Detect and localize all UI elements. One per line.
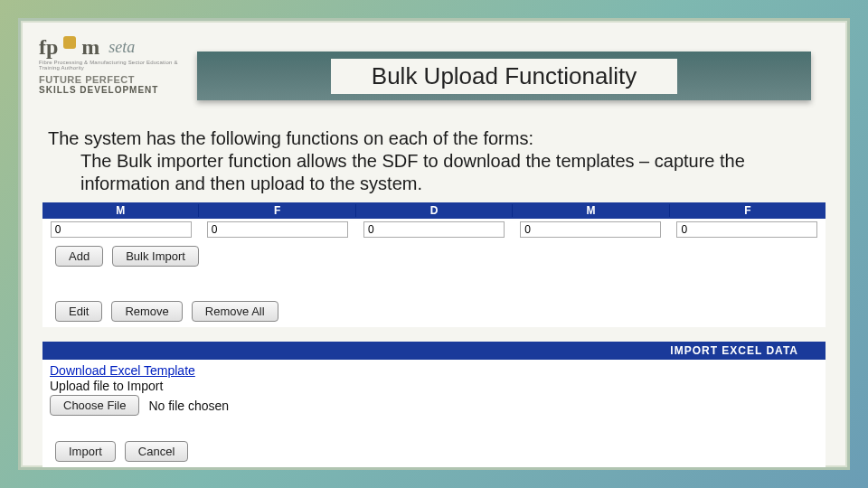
body-line1: The system has the following functions o…	[48, 127, 820, 150]
grid-header-cell: F	[199, 204, 355, 217]
grid-header-cell: M	[513, 204, 669, 217]
logo-fp-text: fp	[39, 35, 58, 60]
edit-button[interactable]: Edit	[55, 301, 102, 322]
add-button[interactable]: Add	[55, 246, 103, 267]
logo-block: fp m seta Fibre Processing & Manufacturi…	[21, 28, 193, 95]
remove-button[interactable]: Remove	[111, 301, 182, 322]
grid-panel: M F D M F Add Bulk Import Edit Remove Re…	[42, 202, 826, 327]
import-panel-header: IMPORT EXCEL DATA	[42, 342, 826, 360]
upload-label: Upload file to Import	[42, 379, 826, 395]
download-template-link[interactable]: Download Excel Template	[42, 360, 195, 378]
logo-tagline: Fibre Processing & Manufacturing Sector …	[39, 60, 193, 70]
grid-data-row	[42, 219, 826, 240]
import-button-row: Import Cancel	[42, 436, 826, 467]
grid-cell-input[interactable]	[676, 221, 817, 238]
page-title: Bulk Upload Functionality	[331, 59, 677, 94]
import-button[interactable]: Import	[55, 441, 116, 462]
future-perfect-text: FUTURE PERFECT	[39, 74, 193, 85]
cancel-button[interactable]: Cancel	[125, 441, 188, 462]
grid-header-row: M F D M F	[42, 202, 826, 219]
import-panel: IMPORT EXCEL DATA Download Excel Templat…	[42, 342, 826, 467]
skills-dev-text: SKILLS DEVELOPMENT	[39, 85, 193, 95]
logo-fpsm: fp m seta	[39, 35, 193, 60]
file-chooser-row: Choose File No file chosen	[42, 395, 826, 419]
slide-frame: fp m seta Fibre Processing & Manufacturi…	[18, 18, 850, 470]
logo-m-text: m	[81, 35, 99, 60]
bulk-import-button[interactable]: Bulk Import	[112, 246, 199, 267]
grid-header-cell: D	[356, 204, 513, 217]
choose-file-button[interactable]: Choose File	[50, 395, 139, 416]
body-line2: The Bulk importer function allows the SD…	[48, 150, 820, 195]
grid-cell-input[interactable]	[207, 221, 348, 238]
button-row-top: Add Bulk Import	[42, 240, 826, 272]
remove-all-button[interactable]: Remove All	[192, 301, 278, 322]
logo-badge-icon	[63, 36, 76, 49]
grid-cell-input[interactable]	[51, 221, 192, 238]
title-bar: Bulk Upload Functionality	[197, 52, 811, 100]
grid-cell-input[interactable]	[363, 221, 505, 238]
no-file-chosen-text: No file chosen	[148, 399, 229, 413]
logo-seta-text: seta	[108, 38, 135, 57]
grid-header-cell: M	[42, 204, 199, 217]
button-row-bottom: Edit Remove Remove All	[42, 296, 826, 327]
grid-header-cell: F	[670, 204, 826, 217]
grid-cell-input[interactable]	[520, 221, 661, 238]
header-row: fp m seta Fibre Processing & Manufacturi…	[21, 21, 847, 102]
body-text: The system has the following functions o…	[21, 102, 847, 202]
